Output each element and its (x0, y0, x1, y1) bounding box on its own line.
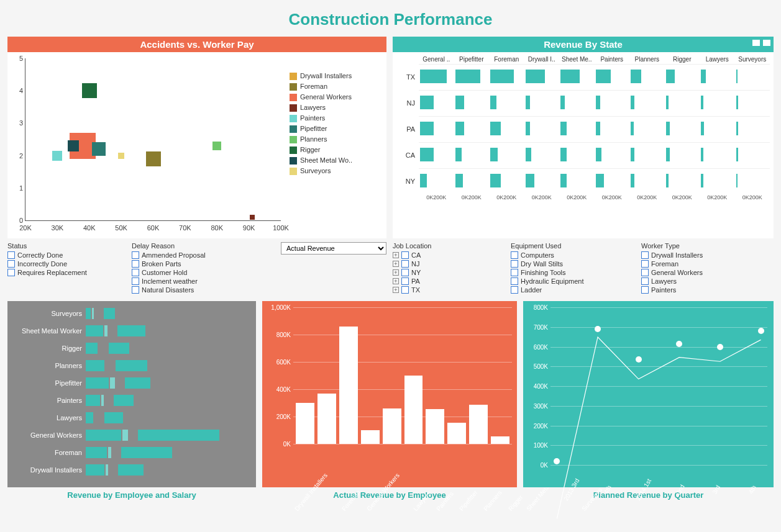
line-point[interactable] (636, 356, 642, 363)
filter-item[interactable]: Incorrectly Done (7, 260, 119, 268)
vbar[interactable] (469, 405, 488, 444)
vbar[interactable] (447, 423, 466, 444)
rbs-cell[interactable] (454, 142, 490, 168)
line-point[interactable] (676, 341, 682, 347)
hbar-row[interactable]: General Workers (11, 426, 252, 444)
filter-item[interactable]: Finishing Tools (511, 269, 629, 276)
line-point[interactable] (717, 344, 723, 350)
checkbox-icon[interactable] (7, 251, 15, 259)
filter-item[interactable]: Customer Hold (132, 269, 244, 276)
checkbox-icon[interactable] (641, 260, 649, 268)
rbs-cell[interactable] (665, 142, 700, 168)
chart-rev-emp-salary[interactable]: SurveyorsSheet Metal WorkerRiggerPlanner… (7, 301, 256, 487)
vbar[interactable] (296, 403, 314, 444)
checkbox-icon[interactable] (641, 269, 649, 276)
rbs-cell[interactable] (629, 116, 665, 142)
checkbox-icon[interactable] (7, 260, 15, 268)
rbs-cell[interactable] (559, 142, 595, 168)
hbar-row[interactable]: Sheet Metal Worker (11, 322, 252, 340)
scatter-point[interactable] (82, 83, 97, 98)
filter-item[interactable]: Dry Wall Stilts (511, 260, 629, 268)
filter-item[interactable]: +CA (393, 251, 498, 259)
scatter-point[interactable] (146, 151, 161, 166)
vbar[interactable] (426, 409, 444, 444)
rbs-cell[interactable] (454, 64, 490, 90)
rbs-cell[interactable] (595, 90, 630, 116)
rbs-cell[interactable] (629, 168, 665, 194)
checkbox-icon[interactable] (401, 286, 409, 294)
expand-icon[interactable]: + (393, 278, 399, 284)
filter-item[interactable]: Natural Disasters (132, 286, 244, 294)
checkbox-icon[interactable] (641, 286, 649, 294)
legend-item[interactable]: Foreman (290, 81, 383, 92)
rbs-cell[interactable] (524, 142, 560, 168)
line-point[interactable] (758, 328, 764, 334)
checkbox-icon[interactable] (641, 277, 649, 285)
filter-item[interactable]: Requires Replacement (7, 269, 119, 276)
rbs-cell[interactable] (700, 168, 735, 194)
vbar[interactable] (491, 436, 509, 444)
filter-item[interactable]: Correctly Done (7, 251, 119, 259)
checkbox-icon[interactable] (132, 269, 139, 276)
filter-item[interactable]: General Workers (641, 269, 774, 276)
rbs-cell[interactable] (524, 64, 560, 90)
legend-item[interactable]: Drywall Installers (290, 71, 383, 81)
legend-item[interactable]: Painters (290, 113, 383, 124)
scatter-point[interactable] (118, 153, 124, 159)
rbs-cell[interactable] (419, 142, 454, 168)
filter-item[interactable]: +PA (393, 277, 498, 285)
rbs-cell[interactable] (629, 142, 665, 168)
checkbox-icon[interactable] (132, 286, 139, 294)
rbs-cell[interactable] (454, 168, 490, 194)
vbar[interactable] (361, 430, 380, 444)
scatter-point[interactable] (52, 151, 62, 161)
rbs-cell[interactable] (559, 116, 595, 142)
rbs-cell[interactable] (559, 64, 595, 90)
rbs-cell[interactable] (419, 116, 454, 142)
expand-icon[interactable]: + (393, 287, 399, 293)
filter-item[interactable]: Broken Parts (132, 260, 244, 268)
rbs-cell[interactable] (665, 168, 700, 194)
rbs-cell[interactable] (700, 90, 735, 116)
rbs-cell[interactable] (419, 90, 454, 116)
rbs-cell[interactable] (700, 142, 735, 168)
checkbox-icon[interactable] (401, 260, 409, 268)
hbar-row[interactable]: Painters (11, 392, 252, 409)
filter-item[interactable]: Hydraulic Equipment (511, 277, 629, 285)
filter-item[interactable]: +NJ (393, 260, 498, 268)
rbs-cell[interactable] (524, 116, 560, 142)
maximize-icon[interactable] (752, 39, 760, 47)
hbar-row[interactable]: Drywall Installers (11, 461, 252, 479)
filter-item[interactable]: Lawyers (641, 277, 774, 285)
checkbox-icon[interactable] (641, 251, 649, 259)
chart-planned-rev[interactable]: 0K100K200K300K400K500K600K700K800K2013 3… (523, 301, 774, 487)
rbs-cell[interactable] (524, 168, 560, 194)
checkbox-icon[interactable] (401, 277, 409, 285)
hbar-row[interactable]: Surveyors (11, 305, 252, 322)
settings-icon[interactable] (762, 39, 771, 47)
rbs-cell[interactable] (595, 116, 630, 142)
hbar-row[interactable]: Pipefitter (11, 374, 252, 392)
scatter-point[interactable] (92, 142, 106, 156)
rbs-cell[interactable] (595, 64, 630, 90)
filter-item[interactable]: +NY (393, 269, 498, 276)
checkbox-icon[interactable] (511, 251, 518, 259)
rbs-cell[interactable] (419, 168, 454, 194)
rbs-cell[interactable] (735, 142, 770, 168)
line-point[interactable] (595, 326, 601, 332)
legend-item[interactable]: Planners (290, 134, 383, 145)
filter-item[interactable]: Ammended Proposal (132, 251, 244, 259)
revenue-state-chart[interactable]: General ..PipefitterForemanDrywall I..Sh… (393, 52, 774, 238)
rbs-cell[interactable] (665, 90, 700, 116)
expand-icon[interactable]: + (393, 269, 399, 276)
checkbox-icon[interactable] (132, 260, 139, 268)
vbar[interactable] (383, 408, 401, 444)
rbs-cell[interactable] (735, 64, 770, 90)
rbs-cell[interactable] (629, 90, 665, 116)
rbs-cell[interactable] (489, 142, 524, 168)
rbs-cell[interactable] (489, 64, 524, 90)
expand-icon[interactable]: + (393, 252, 399, 258)
legend-item[interactable]: Lawyers (290, 102, 383, 113)
legend-item[interactable]: Rigger (290, 145, 383, 155)
checkbox-icon[interactable] (511, 260, 518, 268)
